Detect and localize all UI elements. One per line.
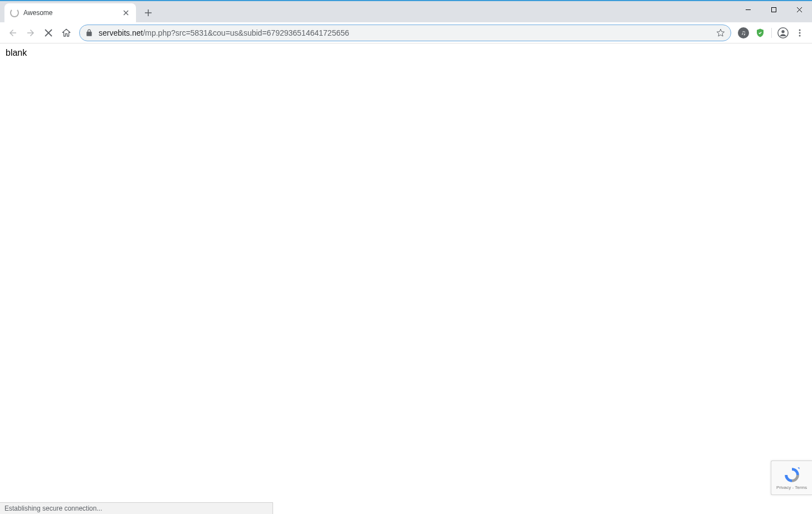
recaptcha-badge[interactable]: Privacy - Terms xyxy=(771,460,812,495)
window-controls xyxy=(735,1,812,18)
svg-rect-5 xyxy=(771,7,776,12)
status-text: Establishing secure connection... xyxy=(4,505,102,512)
arrow-left-icon xyxy=(8,28,18,38)
close-tab-button[interactable] xyxy=(121,8,130,17)
extension-shield-button[interactable] xyxy=(752,25,768,41)
shield-check-icon xyxy=(755,28,765,38)
menu-button[interactable] xyxy=(792,25,808,41)
recaptcha-links[interactable]: Privacy - Terms xyxy=(776,485,807,490)
svg-marker-15 xyxy=(798,467,799,469)
url-domain: servebits.net xyxy=(99,28,143,37)
home-icon xyxy=(61,28,71,38)
maximize-button[interactable] xyxy=(761,1,786,18)
minimize-icon xyxy=(745,7,751,13)
address-bar[interactable]: servebits.net/mp.php?src=5831&cou=us&sub… xyxy=(79,25,731,41)
arrow-right-icon xyxy=(26,28,36,38)
maximize-icon xyxy=(771,7,777,13)
extension-music-button[interactable]: ♫ xyxy=(736,25,751,41)
loading-spinner-icon xyxy=(10,8,19,17)
forward-button[interactable] xyxy=(22,25,39,41)
star-icon xyxy=(716,28,725,37)
status-bar: Establishing secure connection... xyxy=(0,502,273,514)
page-body-text: blank xyxy=(6,48,27,57)
user-icon xyxy=(777,27,789,39)
close-window-button[interactable] xyxy=(786,1,812,18)
tab-strip: Awesome xyxy=(0,1,812,22)
lock-icon[interactable] xyxy=(85,29,93,37)
new-tab-button[interactable] xyxy=(140,5,156,21)
svg-point-12 xyxy=(799,29,801,31)
tab-title: Awesome xyxy=(23,9,121,17)
svg-point-13 xyxy=(799,32,801,33)
page-content: blank xyxy=(0,43,812,62)
close-icon xyxy=(796,7,803,13)
home-button[interactable] xyxy=(58,25,75,41)
minimize-button[interactable] xyxy=(735,1,761,18)
bookmark-button[interactable] xyxy=(716,28,725,37)
url-text: servebits.net/mp.php?src=5831&cou=us&sub… xyxy=(99,28,716,37)
kebab-icon xyxy=(795,28,804,37)
url-path: /mp.php?src=5831&cou=us&subid=6792936514… xyxy=(143,28,349,37)
music-icon: ♫ xyxy=(738,27,749,38)
stop-button[interactable] xyxy=(40,25,57,41)
svg-point-14 xyxy=(799,35,801,36)
toolbar-separator xyxy=(771,28,772,38)
svg-point-11 xyxy=(781,30,785,33)
close-icon xyxy=(123,10,129,16)
back-button[interactable] xyxy=(4,25,21,41)
close-icon xyxy=(45,29,52,37)
browser-toolbar: servebits.net/mp.php?src=5831&cou=us&sub… xyxy=(0,22,812,43)
profile-button[interactable] xyxy=(775,25,791,41)
plus-icon xyxy=(144,9,152,17)
browser-tab[interactable]: Awesome xyxy=(4,3,136,22)
recaptcha-icon xyxy=(783,466,801,484)
